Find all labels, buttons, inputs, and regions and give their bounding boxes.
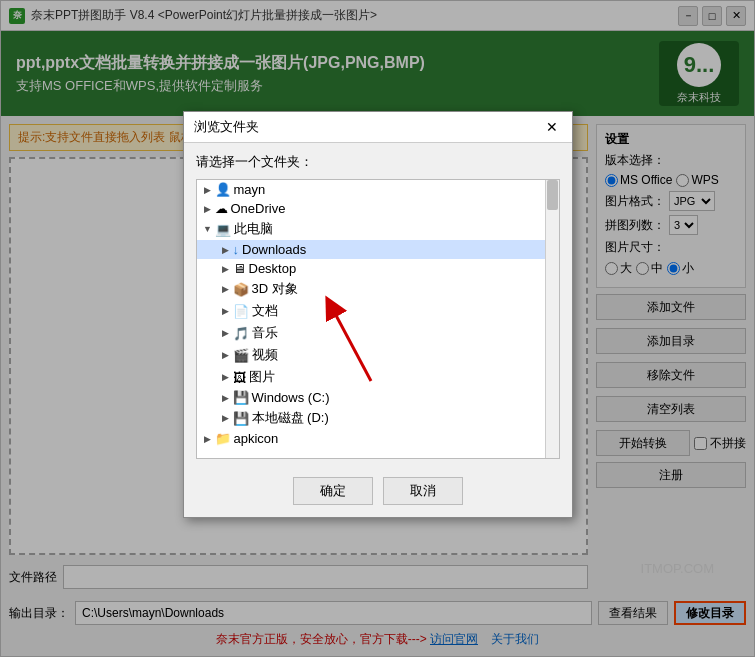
tree-arrow: ▶ (201, 434, 215, 444)
tree-item-apkicon[interactable]: ▶ 📁 apkicon (197, 429, 559, 448)
tree-arrow: ▶ (219, 245, 233, 255)
dialog-cancel-button[interactable]: 取消 (383, 477, 463, 505)
tree-arrow: ▼ (201, 224, 215, 234)
dialog-footer: 确定 取消 (184, 469, 572, 517)
scrollbar-thumb (547, 180, 558, 210)
dialog-close-button[interactable]: ✕ (542, 119, 562, 135)
svg-line-1 (331, 306, 371, 381)
scrollbar-track[interactable] (545, 180, 559, 458)
dialog-prompt: 请选择一个文件夹： (196, 153, 560, 171)
tree-item-drivd[interactable]: ▶ 💾 本地磁盘 (D:) (197, 407, 559, 429)
main-window: 奈 奈末PPT拼图助手 V8.4 <PowerPoint幻灯片批量拼接成一张图片… (0, 0, 755, 657)
dialog-title: 浏览文件夹 (194, 118, 259, 136)
tree-item-desktop[interactable]: ▶ 🖥 Desktop (197, 259, 559, 278)
tree-arrow: ▶ (219, 413, 233, 423)
tree-item-onedrive[interactable]: ▶ ☁ OneDrive (197, 199, 559, 218)
watermark: ITMOP.COM (641, 561, 714, 576)
tree-arrow: ▶ (201, 204, 215, 214)
dialog-title-bar: 浏览文件夹 ✕ (184, 112, 572, 143)
tree-arrow: ▶ (219, 284, 233, 294)
tree-arrow: ▶ (219, 393, 233, 403)
tree-arrow: ▶ (201, 185, 215, 195)
downloads-label: Downloads (242, 242, 306, 257)
tree-item-mayn[interactable]: ▶ 👤 mayn (197, 180, 559, 199)
tree-item-downloads[interactable]: ▶ ↓ Downloads (197, 240, 559, 259)
dialog-confirm-button[interactable]: 确定 (293, 477, 373, 505)
tree-arrow: ▶ (219, 372, 233, 382)
dialog-overlay: 浏览文件夹 ✕ 请选择一个文件夹： ▶ 👤 mayn ▶ ☁ OneDrive (1, 1, 754, 656)
tree-arrow: ▶ (219, 350, 233, 360)
tree-arrow: ▶ (219, 328, 233, 338)
red-arrow-annotation (311, 291, 391, 391)
tree-arrow: ▶ (219, 306, 233, 316)
tree-arrow: ▶ (219, 264, 233, 274)
tree-item-thispc[interactable]: ▼ 💻 此电脑 (197, 218, 559, 240)
